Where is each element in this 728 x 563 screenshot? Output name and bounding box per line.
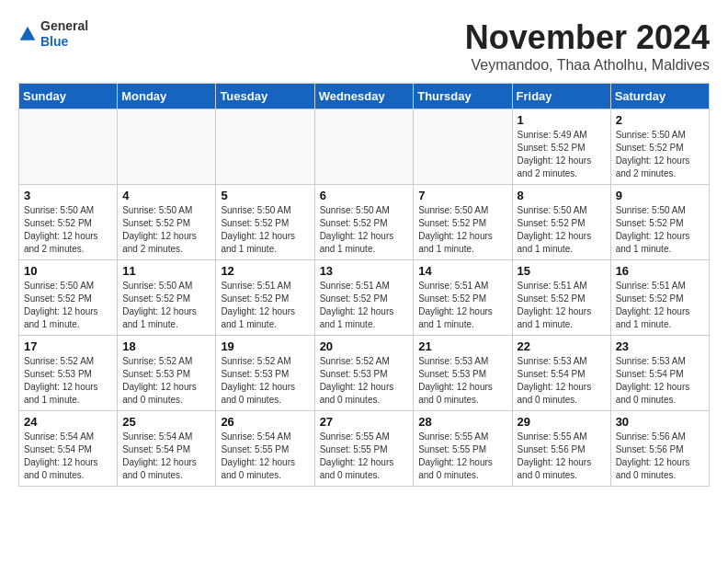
svg-marker-0 <box>20 26 36 40</box>
calendar-day-cell: 17Sunrise: 5:52 AM Sunset: 5:53 PM Dayli… <box>19 336 118 411</box>
calendar-day-cell: 22Sunrise: 5:53 AM Sunset: 5:54 PM Dayli… <box>512 336 610 411</box>
calendar-day-cell: 18Sunrise: 5:52 AM Sunset: 5:53 PM Dayli… <box>118 336 216 411</box>
day-info: Sunrise: 5:50 AM Sunset: 5:52 PM Dayligh… <box>24 280 112 331</box>
calendar-day-cell <box>216 109 314 185</box>
day-info: Sunrise: 5:52 AM Sunset: 5:53 PM Dayligh… <box>122 355 210 407</box>
day-number: 27 <box>320 415 409 429</box>
day-number: 9 <box>616 189 704 202</box>
day-info: Sunrise: 5:52 AM Sunset: 5:53 PM Dayligh… <box>221 355 309 407</box>
day-info: Sunrise: 5:55 AM Sunset: 5:55 PM Dayligh… <box>418 431 506 482</box>
calendar-day-cell: 2Sunrise: 5:50 AM Sunset: 5:52 PM Daylig… <box>610 109 709 185</box>
calendar-week-row: 3Sunrise: 5:50 AM Sunset: 5:52 PM Daylig… <box>19 185 710 260</box>
weekday-header: Friday <box>512 84 610 109</box>
day-number: 15 <box>518 264 606 278</box>
day-number: 29 <box>518 415 606 429</box>
calendar-day-cell: 9Sunrise: 5:50 AM Sunset: 5:52 PM Daylig… <box>610 185 709 260</box>
month-title: November 2024 <box>465 18 710 57</box>
day-number: 6 <box>320 189 409 202</box>
day-number: 7 <box>418 189 506 202</box>
day-info: Sunrise: 5:50 AM Sunset: 5:52 PM Dayligh… <box>122 204 210 256</box>
location-subtitle: Veymandoo, Thaa Atholhu, Maldives <box>465 57 710 74</box>
day-number: 3 <box>24 189 112 202</box>
weekday-header: Thursday <box>414 84 512 109</box>
day-info: Sunrise: 5:53 AM Sunset: 5:54 PM Dayligh… <box>616 355 704 407</box>
day-number: 10 <box>24 264 112 278</box>
day-number: 24 <box>24 415 112 429</box>
calendar-day-cell: 4Sunrise: 5:50 AM Sunset: 5:52 PM Daylig… <box>118 185 216 260</box>
calendar-day-cell: 1Sunrise: 5:49 AM Sunset: 5:52 PM Daylig… <box>512 109 610 185</box>
title-section: November 2024 Veymandoo, Thaa Atholhu, M… <box>465 18 710 74</box>
calendar-day-cell: 24Sunrise: 5:54 AM Sunset: 5:54 PM Dayli… <box>19 411 118 487</box>
calendar-day-cell: 3Sunrise: 5:50 AM Sunset: 5:52 PM Daylig… <box>19 185 118 260</box>
calendar-day-cell: 16Sunrise: 5:51 AM Sunset: 5:52 PM Dayli… <box>610 260 709 336</box>
day-number: 5 <box>221 189 309 202</box>
page-header: General Blue November 2024 Veymandoo, Th… <box>18 18 710 74</box>
day-info: Sunrise: 5:50 AM Sunset: 5:52 PM Dayligh… <box>221 204 309 256</box>
day-info: Sunrise: 5:50 AM Sunset: 5:52 PM Dayligh… <box>122 280 210 331</box>
day-info: Sunrise: 5:54 AM Sunset: 5:55 PM Dayligh… <box>221 431 309 482</box>
weekday-header: Tuesday <box>216 84 314 109</box>
day-number: 1 <box>518 113 606 127</box>
calendar-header-row: SundayMondayTuesdayWednesdayThursdayFrid… <box>19 84 710 109</box>
day-number: 21 <box>418 339 506 353</box>
calendar-day-cell: 10Sunrise: 5:50 AM Sunset: 5:52 PM Dayli… <box>19 260 118 336</box>
day-number: 30 <box>616 415 704 429</box>
day-number: 14 <box>418 264 506 278</box>
day-info: Sunrise: 5:51 AM Sunset: 5:52 PM Dayligh… <box>616 280 704 331</box>
day-info: Sunrise: 5:50 AM Sunset: 5:52 PM Dayligh… <box>24 204 112 256</box>
day-number: 19 <box>221 339 309 353</box>
day-number: 16 <box>616 264 704 278</box>
day-info: Sunrise: 5:51 AM Sunset: 5:52 PM Dayligh… <box>320 280 409 331</box>
calendar-day-cell: 15Sunrise: 5:51 AM Sunset: 5:52 PM Dayli… <box>512 260 610 336</box>
day-info: Sunrise: 5:51 AM Sunset: 5:52 PM Dayligh… <box>221 280 309 331</box>
day-info: Sunrise: 5:54 AM Sunset: 5:54 PM Dayligh… <box>122 431 210 482</box>
day-info: Sunrise: 5:56 AM Sunset: 5:56 PM Dayligh… <box>616 431 704 482</box>
day-number: 4 <box>122 189 210 202</box>
day-info: Sunrise: 5:51 AM Sunset: 5:52 PM Dayligh… <box>518 280 606 331</box>
day-number: 17 <box>24 339 112 353</box>
calendar-day-cell: 13Sunrise: 5:51 AM Sunset: 5:52 PM Dayli… <box>314 260 414 336</box>
calendar-week-row: 17Sunrise: 5:52 AM Sunset: 5:53 PM Dayli… <box>19 336 710 411</box>
day-info: Sunrise: 5:53 AM Sunset: 5:54 PM Dayligh… <box>518 355 606 407</box>
calendar-day-cell: 21Sunrise: 5:53 AM Sunset: 5:53 PM Dayli… <box>414 336 512 411</box>
calendar-day-cell: 26Sunrise: 5:54 AM Sunset: 5:55 PM Dayli… <box>216 411 314 487</box>
day-info: Sunrise: 5:50 AM Sunset: 5:52 PM Dayligh… <box>418 204 506 256</box>
day-info: Sunrise: 5:51 AM Sunset: 5:52 PM Dayligh… <box>418 280 506 331</box>
logo-text: General Blue <box>40 18 88 50</box>
day-number: 23 <box>616 339 704 353</box>
calendar-day-cell <box>314 109 414 185</box>
calendar-week-row: 24Sunrise: 5:54 AM Sunset: 5:54 PM Dayli… <box>19 411 710 487</box>
calendar-table: SundayMondayTuesdayWednesdayThursdayFrid… <box>18 83 710 487</box>
day-info: Sunrise: 5:50 AM Sunset: 5:52 PM Dayligh… <box>616 129 704 180</box>
day-number: 20 <box>320 339 409 353</box>
logo-icon <box>18 25 37 43</box>
calendar-day-cell: 7Sunrise: 5:50 AM Sunset: 5:52 PM Daylig… <box>414 185 512 260</box>
day-info: Sunrise: 5:50 AM Sunset: 5:52 PM Dayligh… <box>320 204 409 256</box>
day-info: Sunrise: 5:50 AM Sunset: 5:52 PM Dayligh… <box>518 204 606 256</box>
calendar-day-cell <box>414 109 512 185</box>
calendar-day-cell: 23Sunrise: 5:53 AM Sunset: 5:54 PM Dayli… <box>610 336 709 411</box>
day-info: Sunrise: 5:54 AM Sunset: 5:54 PM Dayligh… <box>24 431 112 482</box>
calendar-day-cell: 25Sunrise: 5:54 AM Sunset: 5:54 PM Dayli… <box>118 411 216 487</box>
day-info: Sunrise: 5:52 AM Sunset: 5:53 PM Dayligh… <box>24 355 112 407</box>
calendar-day-cell <box>19 109 118 185</box>
logo-general: General <box>40 18 88 33</box>
day-number: 12 <box>221 264 309 278</box>
logo: General Blue <box>18 18 88 50</box>
calendar-day-cell: 14Sunrise: 5:51 AM Sunset: 5:52 PM Dayli… <box>414 260 512 336</box>
calendar-week-row: 10Sunrise: 5:50 AM Sunset: 5:52 PM Dayli… <box>19 260 710 336</box>
day-number: 11 <box>122 264 210 278</box>
weekday-header: Sunday <box>19 84 118 109</box>
day-number: 25 <box>122 415 210 429</box>
calendar-day-cell: 19Sunrise: 5:52 AM Sunset: 5:53 PM Dayli… <box>216 336 314 411</box>
weekday-header: Saturday <box>610 84 709 109</box>
day-info: Sunrise: 5:52 AM Sunset: 5:53 PM Dayligh… <box>320 355 409 407</box>
weekday-header: Wednesday <box>314 84 414 109</box>
day-number: 22 <box>518 339 606 353</box>
day-info: Sunrise: 5:53 AM Sunset: 5:53 PM Dayligh… <box>418 355 506 407</box>
day-number: 26 <box>221 415 309 429</box>
day-number: 18 <box>122 339 210 353</box>
calendar-week-row: 1Sunrise: 5:49 AM Sunset: 5:52 PM Daylig… <box>19 109 710 185</box>
calendar-day-cell: 12Sunrise: 5:51 AM Sunset: 5:52 PM Dayli… <box>216 260 314 336</box>
calendar-day-cell: 27Sunrise: 5:55 AM Sunset: 5:55 PM Dayli… <box>314 411 414 487</box>
